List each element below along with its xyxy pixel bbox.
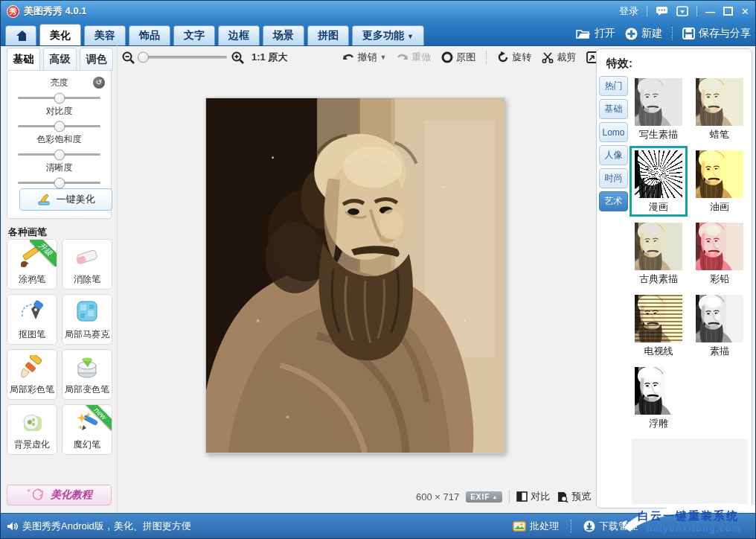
tab-basic[interactable]: 基础 bbox=[7, 48, 40, 71]
slider-handle[interactable] bbox=[54, 177, 65, 188]
login-link[interactable]: 登录 bbox=[619, 4, 638, 18]
redo-button[interactable]: 重做 bbox=[397, 51, 431, 64]
tab-accessories[interactable]: 饰品 bbox=[129, 25, 170, 45]
brush-magic-pen[interactable]: 魔幻笔 new bbox=[62, 404, 112, 455]
effect-classic-sketch[interactable]: 古典素描 bbox=[630, 218, 688, 289]
effect-sketch[interactable]: 素描 bbox=[691, 290, 749, 361]
category-lomo[interactable]: Lomo bbox=[599, 122, 628, 142]
hand-hearts-icon bbox=[26, 488, 45, 502]
tab-beautify[interactable]: 美化 bbox=[39, 24, 81, 45]
effect-emboss[interactable]: 浮雕 bbox=[630, 363, 688, 433]
one-key-beautify-button[interactable]: 一键美化 bbox=[19, 188, 112, 211]
title-bar: 秀 美图秀秀 4.0.1 登录 — ✕ bbox=[1, 1, 755, 22]
feedback-bubble-icon[interactable] bbox=[656, 6, 668, 16]
folder-open-icon bbox=[576, 28, 591, 39]
effect-thumb bbox=[635, 223, 682, 270]
zoom-slider-handle[interactable] bbox=[138, 52, 149, 63]
reset-icon[interactable]: ↺ bbox=[93, 77, 105, 89]
brush-partial-mosaic[interactable]: 局部马赛克 bbox=[62, 294, 112, 345]
contrast-label: 对比度 bbox=[7, 105, 111, 118]
magic-pen-icon bbox=[74, 410, 100, 434]
tab-advanced[interactable]: 高级 bbox=[43, 48, 77, 71]
effect-thumb bbox=[635, 78, 682, 126]
main-canvas-image bbox=[205, 98, 505, 453]
zoom-in-icon[interactable] bbox=[231, 51, 244, 64]
effect-sketch-drawing[interactable]: 写生素描 bbox=[630, 74, 688, 144]
effect-color-pencil[interactable]: 彩铅 bbox=[691, 218, 749, 289]
app-logo-icon: 秀 bbox=[7, 5, 19, 18]
category-fashion[interactable]: 时尚 bbox=[599, 168, 628, 188]
category-hot[interactable]: 热门 bbox=[599, 76, 628, 96]
portrait-photo bbox=[206, 98, 504, 453]
effect-tv-lines[interactable]: 电视线 bbox=[630, 290, 688, 361]
brightness-slider[interactable] bbox=[18, 97, 100, 99]
maximize-button[interactable] bbox=[723, 7, 733, 16]
beautify-tutorial-button[interactable]: 美化教程 bbox=[7, 485, 112, 505]
brush-doodle-pen[interactable]: 涂鸦笔 升级 bbox=[7, 239, 57, 290]
close-button[interactable]: ✕ bbox=[741, 6, 749, 17]
saturation-slider[interactable] bbox=[18, 153, 100, 156]
minimize-button[interactable]: — bbox=[705, 6, 715, 17]
brush-background-blur[interactable]: 背景虚化 bbox=[7, 404, 57, 455]
zoom-out-icon[interactable] bbox=[122, 51, 135, 64]
home-button[interactable] bbox=[5, 25, 36, 45]
zoom-slider[interactable] bbox=[139, 56, 227, 59]
basic-adjust-card: ↺ 亮度 对比度 色彩饱和度 清晰度 一键美化 bbox=[7, 70, 112, 219]
crop-button[interactable]: 裁剪 bbox=[542, 51, 576, 64]
effect-oil-painting[interactable]: 油画 bbox=[691, 146, 749, 217]
tab-collage[interactable]: 拼图 bbox=[307, 25, 349, 45]
brush-cutout-pen[interactable]: 抠图笔 bbox=[7, 294, 57, 345]
window-title: 美图秀秀 4.0.1 bbox=[24, 4, 87, 18]
effect-thumb bbox=[696, 295, 743, 342]
brush-partial-color-pen[interactable]: 局部彩色笔 bbox=[7, 349, 57, 400]
exif-badge[interactable]: EXIF▲ bbox=[466, 491, 502, 503]
ad-placeholder bbox=[632, 438, 748, 504]
sharpness-slider[interactable] bbox=[18, 182, 100, 184]
effect-crayon[interactable]: 蜡笔 bbox=[691, 74, 749, 144]
brush-eraser-pen[interactable]: 消除笔 bbox=[62, 239, 112, 290]
chevron-down-icon: ▼ bbox=[407, 33, 414, 40]
effect-thumb bbox=[696, 150, 743, 198]
category-portrait[interactable]: 人像 bbox=[599, 145, 628, 165]
effect-thumb bbox=[635, 295, 682, 342]
download-manager-button[interactable]: 下载管理 bbox=[583, 520, 638, 533]
batch-image-icon bbox=[513, 521, 526, 532]
plus-circle-icon bbox=[625, 28, 638, 40]
zoom-actual-size-button[interactable]: 1:1 原大 bbox=[252, 51, 287, 64]
category-basic[interactable]: 基础 bbox=[599, 99, 628, 119]
slider-handle[interactable] bbox=[54, 92, 65, 103]
tab-more-features[interactable]: 更多功能▼ bbox=[352, 25, 424, 45]
tab-frames[interactable]: 边框 bbox=[218, 25, 260, 45]
app-window: 秀 美图秀秀 4.0.1 登录 — ✕ 美化 美容 饰品 文字 边框 场景 拼图… bbox=[0, 0, 756, 539]
saturation-label: 色彩饱和度 bbox=[7, 133, 111, 146]
save-share-button[interactable]: 保存与分享 bbox=[682, 27, 751, 40]
speaker-icon[interactable] bbox=[7, 521, 18, 532]
preview-button[interactable]: 预览 bbox=[557, 490, 591, 503]
rotate-button[interactable]: 旋转 bbox=[497, 51, 531, 64]
titlebar-separator bbox=[696, 6, 697, 16]
tab-color[interactable]: 调色 bbox=[80, 48, 113, 71]
undo-dropdown-arrow[interactable]: ▼ bbox=[379, 54, 386, 61]
effect-thumb bbox=[696, 78, 743, 126]
brush-partial-recolor-pen[interactable]: 局部变色笔 bbox=[62, 349, 112, 400]
save-disk-icon bbox=[682, 28, 695, 39]
undo-button[interactable]: 撤销▼ bbox=[342, 51, 386, 64]
open-button[interactable]: 打开 bbox=[576, 27, 615, 40]
tab-text[interactable]: 文字 bbox=[173, 25, 215, 45]
category-art[interactable]: 艺术 bbox=[599, 191, 628, 211]
skin-menu-icon[interactable] bbox=[676, 6, 688, 16]
action-separator bbox=[672, 27, 673, 40]
new-button[interactable]: 新建 bbox=[625, 27, 662, 40]
brush-label: 局部彩色笔 bbox=[10, 383, 54, 396]
view-original-button[interactable]: 原图 bbox=[441, 51, 475, 64]
tab-cosmetology[interactable]: 美容 bbox=[84, 25, 126, 45]
brushes-header: 各种画笔 bbox=[8, 226, 47, 239]
slider-handle[interactable] bbox=[54, 149, 65, 160]
effect-comic-selected[interactable]: 漫画 bbox=[630, 146, 688, 217]
tab-scenes[interactable]: 场景 bbox=[263, 25, 304, 45]
contrast-slider[interactable] bbox=[18, 125, 100, 127]
batch-process-button[interactable]: 批处理 bbox=[513, 520, 559, 533]
compare-button[interactable]: 对比 bbox=[516, 490, 550, 503]
undo-icon bbox=[342, 52, 354, 63]
slider-handle[interactable] bbox=[54, 121, 65, 132]
